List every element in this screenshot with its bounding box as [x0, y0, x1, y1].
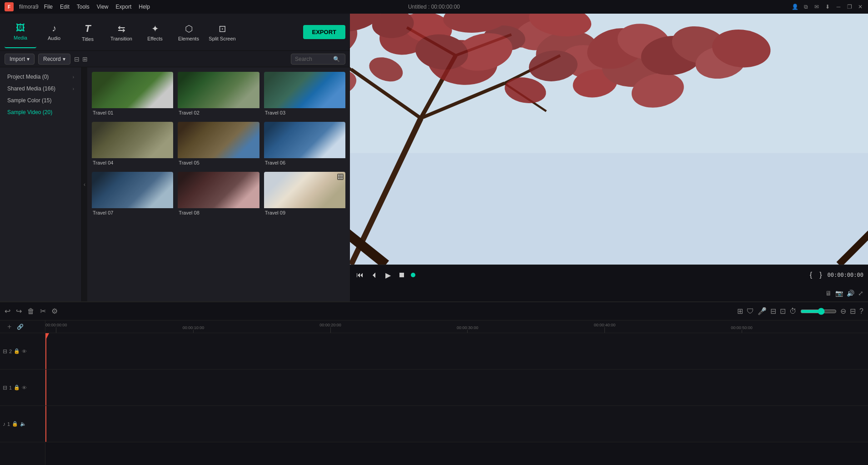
toolbar-elements[interactable]: ⬡ Elements: [173, 16, 205, 48]
track-lane-v2[interactable]: [45, 333, 868, 370]
zoom-slider[interactable]: [800, 308, 837, 315]
sidebar-item-shared-media[interactable]: Shared Media (166) ›: [0, 83, 81, 95]
media-item-travel08[interactable]: Travel 08: [178, 172, 259, 217]
undo-button[interactable]: ↩: [5, 307, 10, 315]
filter-icon[interactable]: ⊟: [74, 55, 80, 63]
ruler-tick: 00:00:40:00: [594, 323, 616, 333]
toolbar-splitscreen[interactable]: ⊡ Split Screen: [206, 16, 238, 48]
time-ruler: 00:00:00:0000:00:10:0000:00:20:0000:00:3…: [45, 320, 868, 333]
screenshot-icon[interactable]: 📷: [835, 290, 843, 297]
media-item-travel01[interactable]: Travel 01: [92, 72, 173, 117]
media-label-travel03: Travel 03: [264, 108, 345, 117]
media-item-travel09[interactable]: Travel 09: [264, 172, 345, 217]
toolbar-audio[interactable]: ♪ Audio: [38, 16, 70, 48]
zoom-out-icon[interactable]: ⊖: [840, 307, 846, 315]
track-lane-v1[interactable]: [45, 370, 868, 406]
snap-icon[interactable]: ⊞: [737, 307, 743, 315]
toolbar-titles[interactable]: T Titles: [72, 16, 104, 48]
media-item-travel06[interactable]: Travel 06: [264, 122, 345, 167]
overlay-icon[interactable]: ⊡: [780, 307, 786, 315]
fullscreen-icon[interactable]: ⤢: [858, 290, 863, 297]
step-back-button[interactable]: ⏴: [369, 270, 380, 280]
record-button[interactable]: Record ▾: [38, 54, 70, 65]
playhead-head: [45, 333, 49, 340]
sidebar-item-sample-color[interactable]: Sample Color (15): [0, 95, 81, 106]
stop-button[interactable]: ⏹: [396, 270, 407, 280]
sidebar-item-sample-video[interactable]: Sample Video (20): [0, 106, 81, 118]
caption-icon[interactable]: ⊟: [770, 307, 776, 315]
track-header-v1: ⊟ 1 🔒 👁: [0, 370, 45, 406]
sidebar-item-project-media[interactable]: Project Media (0) ›: [0, 71, 81, 83]
track-v2-lock[interactable]: 🔒: [14, 348, 20, 354]
user-icon[interactable]: 👤: [792, 4, 798, 10]
media-item-travel04[interactable]: Travel 04: [92, 122, 173, 167]
grid-view-icon[interactable]: ⊞: [82, 55, 88, 63]
preview-area: [350, 14, 868, 265]
toolbar-transition[interactable]: ⇆ Transition: [105, 16, 137, 48]
timeline-main[interactable]: 00:00:00:0000:00:10:0000:00:20:0000:00:3…: [45, 320, 868, 465]
mic-icon[interactable]: 🎤: [758, 307, 767, 315]
pip-icon[interactable]: 🖥: [825, 290, 832, 297]
play-button[interactable]: ▶: [384, 270, 393, 280]
restore-button[interactable]: ❐: [846, 4, 853, 10]
media-thumb-travel09: [264, 172, 345, 208]
title-bar-left: F filmora9 File Edit Tools View Export H…: [5, 2, 150, 11]
chevron-right-icon: ›: [73, 86, 74, 91]
track-a1-volume[interactable]: 🔈: [20, 421, 26, 427]
export-button[interactable]: EXPORT: [303, 25, 345, 39]
toolbar-media[interactable]: 🖼 Media: [5, 16, 36, 48]
mark-in-button[interactable]: {: [808, 270, 814, 280]
redo-button[interactable]: ↪: [16, 307, 22, 315]
search-input[interactable]: [295, 56, 331, 62]
close-button[interactable]: ✕: [857, 4, 863, 10]
menu-view[interactable]: View: [97, 4, 109, 10]
main-toolbar: 🖼 Media ♪ Audio T Titles ⇆ Transition ✦ …: [0, 14, 350, 51]
track-v2-label: 2: [9, 349, 12, 354]
track-lane-a1[interactable]: [45, 406, 868, 442]
collapse-handle[interactable]: ‹: [82, 67, 87, 301]
import-button[interactable]: Import ▾: [5, 54, 35, 65]
delete-button[interactable]: 🗑: [27, 307, 35, 315]
link-icon[interactable]: 🔗: [17, 324, 24, 330]
shield-icon[interactable]: 🛡: [747, 307, 754, 315]
track-headers: + 🔗 ⊟ 2 🔒 👁 ⊟ 1 🔒 👁 ♪ 1 🔒 �: [0, 320, 45, 465]
expand-icon[interactable]: ⧉: [803, 4, 809, 10]
track-a1-lock[interactable]: 🔒: [12, 421, 18, 427]
menu-help[interactable]: Help: [139, 4, 150, 10]
search-box[interactable]: 🔍: [291, 54, 345, 65]
media-label: Media: [14, 35, 27, 40]
media-item-travel05[interactable]: Travel 05: [178, 122, 259, 167]
toolbar-effects[interactable]: ✦ Effects: [139, 16, 171, 48]
split-view-icon[interactable]: ⊟: [850, 307, 856, 315]
menu-tools[interactable]: Tools: [77, 4, 90, 10]
timer-icon[interactable]: ⏱: [789, 307, 797, 315]
settings-button[interactable]: ⚙: [51, 307, 58, 315]
chevron-right-icon: ›: [73, 75, 74, 80]
splitscreen-label: Split Screen: [209, 36, 235, 41]
volume-icon[interactable]: 🔊: [847, 290, 854, 297]
audio-label: Audio: [48, 35, 60, 41]
cut-button[interactable]: ✂: [40, 307, 46, 315]
track-v1-lock[interactable]: 🔒: [14, 385, 20, 390]
menu-edit[interactable]: Edit: [60, 4, 70, 10]
media-item-travel03[interactable]: Travel 03: [264, 72, 345, 117]
splitscreen-icon: ⊡: [219, 23, 226, 34]
menu-bar[interactable]: File Edit Tools View Export Help: [44, 4, 150, 10]
media-item-travel07[interactable]: Travel 07: [92, 172, 173, 217]
media-item-travel02[interactable]: Travel 02: [178, 72, 259, 117]
minimize-button[interactable]: ─: [835, 4, 842, 10]
media-thumb-travel06: [264, 122, 345, 158]
audio-icon: ♪: [52, 23, 56, 34]
add-video-track-button[interactable]: +: [4, 321, 15, 333]
ruler-tick: 00:00:50:00: [731, 325, 753, 333]
mail-icon[interactable]: ✉: [813, 4, 820, 10]
media-label-travel06: Travel 06: [264, 158, 345, 167]
menu-export[interactable]: Export: [116, 4, 132, 10]
skip-back-button[interactable]: ⏮: [354, 270, 365, 280]
help-icon[interactable]: ?: [859, 307, 863, 315]
menu-file[interactable]: File: [44, 4, 53, 10]
track-v2-eye[interactable]: 👁: [22, 349, 27, 354]
track-v1-eye[interactable]: 👁: [22, 385, 27, 390]
mark-out-button[interactable]: }: [818, 270, 823, 280]
download-icon[interactable]: ⬇: [824, 4, 831, 10]
